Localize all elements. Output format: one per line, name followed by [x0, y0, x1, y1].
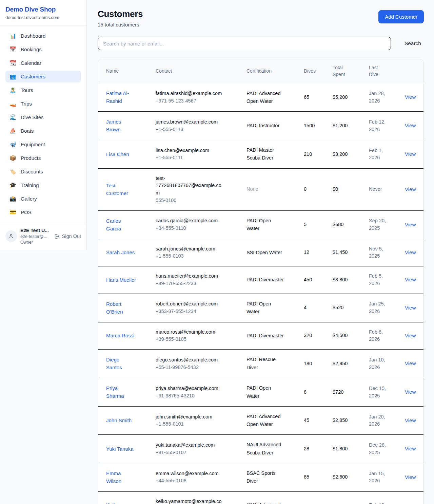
view-link[interactable]: View — [405, 446, 416, 451]
customer-last-dive: Feb 1, 2026 — [369, 147, 389, 162]
customer-name-link[interactable]: Yuki Tanaka — [106, 445, 134, 453]
customer-certification: PADI Rescue Diver — [246, 356, 284, 371]
customer-phone: +1-555-0103 — [156, 253, 244, 260]
view-link[interactable]: View — [405, 333, 416, 338]
search-button[interactable]: Search — [402, 40, 424, 46]
customer-name-link[interactable]: Carlos Garcia — [106, 217, 137, 233]
cell-name: Yuki Tanaka — [98, 435, 156, 463]
sidebar-item-tours[interactable]: 🏝️ Tours — [5, 84, 81, 96]
customer-email: sarah.jones@example.com — [156, 245, 225, 253]
cell-last-dive: Feb 8, 2026 — [369, 322, 405, 350]
customer-dives: 28 — [304, 446, 309, 451]
cell-name: John Smith — [98, 407, 156, 435]
sidebar-item-calendar[interactable]: 📆 Calendar — [5, 57, 81, 69]
table-row: Test Customer test-1772681807767@example… — [98, 168, 423, 210]
cell-action: View — [405, 294, 423, 322]
customer-total-spent: $5,200 — [333, 94, 348, 100]
sidebar-item-training[interactable]: 🎓 Training — [5, 179, 81, 191]
view-link[interactable]: View — [405, 123, 416, 128]
customer-name-link[interactable]: Keiko Yamamoto — [106, 501, 137, 504]
view-link[interactable]: View — [405, 305, 416, 311]
cell-name: Test Customer — [98, 168, 156, 210]
sidebar-item-boats[interactable]: ⛵ Boats — [5, 125, 81, 137]
column-header — [405, 59, 423, 83]
sidebar-item-label: Products — [21, 155, 41, 161]
brand-domain: demo.test.divestreams.com — [5, 15, 81, 20]
customer-name-link[interactable]: John Smith — [106, 416, 132, 424]
table-row: Diego Santos diego.santos@example.com +5… — [98, 350, 423, 378]
view-link[interactable]: View — [405, 360, 416, 366]
sidebar-item-gallery[interactable]: 📸 Gallery — [5, 193, 81, 205]
customer-total-spent: $1,450 — [333, 249, 348, 255]
cell-action: View — [405, 322, 423, 350]
customer-name-link[interactable]: Emma Wilson — [106, 469, 137, 485]
customer-name-link[interactable]: Marco Rossi — [106, 332, 134, 339]
customer-name-link[interactable]: Hans Mueller — [106, 276, 136, 284]
sidebar-item-bookings[interactable]: 📅 Bookings — [5, 43, 81, 55]
customer-name-link[interactable]: Test Customer — [106, 182, 137, 198]
customer-name-link[interactable]: Sarah Jones — [106, 248, 135, 256]
sidebar-item-label: Equipment — [21, 142, 45, 147]
cell-dives: 45 — [304, 407, 333, 435]
user-name: E2E Test U... — [20, 227, 49, 234]
column-header: Total Spent — [333, 59, 369, 83]
sidebar: Demo Dive Shop demo.test.divestreams.com… — [0, 0, 87, 250]
customer-phone: +1-555-0101 — [156, 421, 244, 428]
view-link[interactable]: View — [405, 277, 416, 282]
sign-out-button[interactable]: Sign Out — [54, 234, 81, 239]
page-title: Customers — [98, 9, 143, 19]
customer-phone: +971-55-123-4567 — [156, 97, 244, 105]
view-link[interactable]: View — [405, 151, 416, 157]
customer-email: marco.rossi@example.com — [156, 329, 225, 336]
customer-last-dive: Dec 28, 2025 — [369, 442, 389, 456]
customer-name-link[interactable]: Fatima Al-Rashid — [106, 89, 137, 105]
customers-table: NameContactCertificationDivesTotal Spent… — [98, 59, 423, 504]
sidebar-item-customers[interactable]: 👥 Customers — [5, 71, 81, 82]
cell-certification: PADI Advanced Open Water — [246, 491, 304, 504]
sidebar-item-trips[interactable]: 🚤 Trips — [5, 98, 81, 110]
customer-name-link[interactable]: Lisa Chen — [106, 150, 129, 158]
customer-name-link[interactable]: Diego Santos — [106, 356, 137, 372]
cell-total-spent: $2,600 — [333, 463, 369, 491]
view-link[interactable]: View — [405, 389, 416, 395]
customer-phone: 555-0100 — [156, 197, 244, 204]
view-link[interactable]: View — [405, 94, 416, 100]
view-link[interactable]: View — [405, 249, 416, 255]
sidebar-item-discounts[interactable]: 🏷️ Discounts — [5, 166, 81, 178]
sidebar-item-equipment[interactable]: 🤿 Equipment — [5, 138, 81, 150]
add-customer-button[interactable]: Add Customer — [378, 10, 424, 23]
brand-title: Demo Dive Shop — [5, 6, 81, 13]
search-input[interactable] — [98, 37, 391, 50]
customer-name-link[interactable]: James Brown — [106, 118, 137, 134]
sidebar-item-dive-sites[interactable]: 🌊 Dive Sites — [5, 111, 81, 123]
table-row: Priya Sharma priya.sharma@example.com +9… — [98, 378, 423, 407]
cell-certification: BSAC Sports Diver — [246, 463, 304, 491]
sidebar-item-pos[interactable]: 💳 POS — [5, 206, 81, 218]
cell-dives: 65 — [304, 83, 333, 112]
cell-action: View — [405, 266, 423, 294]
sidebar-item-label: Dashboard — [21, 33, 45, 39]
cell-last-dive: Jan 10, 2026 — [369, 350, 405, 378]
wave-icon: 🌊 — [9, 115, 16, 120]
sign-out-icon — [54, 234, 60, 239]
sidebar-item-dashboard[interactable]: 📊 Dashboard — [5, 30, 81, 42]
cell-total-spent: $3,200 — [333, 140, 369, 168]
table-row: John Smith john.smith@example.com +1-555… — [98, 407, 423, 435]
speedboat-icon: 🚤 — [9, 101, 16, 107]
customer-email: diego.santos@example.com — [156, 356, 225, 364]
table-row: Fatima Al-Rashid fatima.alrashid@example… — [98, 83, 423, 112]
customer-name-link[interactable]: Robert O'Brien — [106, 300, 137, 316]
view-link[interactable]: View — [405, 417, 416, 423]
cell-last-dive: Feb 5, 2026 — [369, 266, 405, 294]
customer-phone: +55-11-99876-5432 — [156, 364, 244, 371]
cell-total-spent: $1,800 — [333, 435, 369, 463]
cell-dives: 210 — [304, 140, 333, 168]
sidebar-item-products[interactable]: 📦 Products — [5, 152, 81, 164]
customer-last-dive: Jan 25, 2026 — [369, 300, 389, 315]
view-link[interactable]: View — [405, 474, 416, 480]
customer-name-link[interactable]: Priya Sharma — [106, 384, 137, 400]
customer-phone: +1-555-0113 — [156, 126, 244, 133]
view-link[interactable]: View — [405, 222, 416, 227]
view-link[interactable]: View — [405, 186, 416, 192]
page-heading-group: Customers 15 total customers — [98, 9, 143, 27]
